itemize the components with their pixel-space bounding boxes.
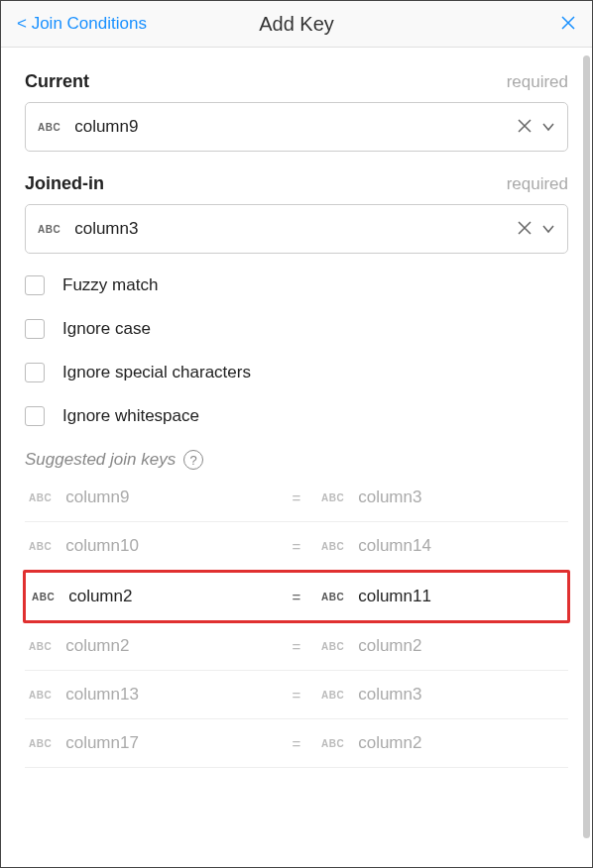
- suggestion-row[interactable]: ABCcolumn2=ABCcolumn2: [25, 622, 568, 671]
- ignore-whitespace-checkbox[interactable]: [25, 406, 45, 426]
- suggestion-row[interactable]: ABCcolumn10=ABCcolumn14: [25, 522, 568, 571]
- suggestion-row[interactable]: ABCcolumn17=ABCcolumn2: [25, 719, 568, 768]
- suggestion-right-col: column3: [358, 488, 421, 507]
- equals-icon: =: [272, 489, 321, 506]
- suggestion-right-col: column2: [358, 733, 421, 753]
- joined-required: required: [507, 174, 568, 194]
- suggestion-right-col: column14: [358, 536, 431, 556]
- suggestion-row[interactable]: ABCcolumn13=ABCcolumn3: [25, 671, 568, 719]
- suggestion-right: ABCcolumn2: [321, 733, 564, 753]
- suggestion-left: ABCcolumn9: [29, 488, 272, 507]
- suggestion-row[interactable]: ABCcolumn2=ABCcolumn11: [23, 570, 570, 623]
- suggestions-list: ABCcolumn9=ABCcolumn3ABCcolumn10=ABCcolu…: [25, 474, 568, 768]
- suggestion-right: ABCcolumn2: [321, 636, 564, 656]
- dialog-title: Add Key: [259, 13, 334, 36]
- current-select[interactable]: ABC column9: [25, 102, 568, 152]
- equals-icon: =: [272, 687, 321, 704]
- chevron-down-icon[interactable]: [541, 220, 555, 238]
- suggestion-left-col: column2: [68, 587, 132, 606]
- suggestion-right: ABCcolumn11: [321, 587, 561, 606]
- abc-type-icon: ABC: [29, 641, 52, 652]
- help-icon[interactable]: ?: [183, 450, 203, 470]
- suggestion-right-col: column3: [358, 685, 421, 705]
- scrollbar[interactable]: [583, 55, 590, 838]
- fuzzy-match-checkbox[interactable]: [25, 275, 45, 295]
- abc-type-icon: ABC: [321, 592, 344, 602]
- abc-type-icon: ABC: [38, 224, 60, 235]
- joined-value: column3: [74, 219, 518, 239]
- abc-type-icon: ABC: [29, 492, 52, 503]
- suggestion-right: ABCcolumn14: [321, 536, 564, 556]
- close-icon[interactable]: [560, 11, 576, 37]
- suggestion-left-col: column2: [65, 636, 129, 656]
- clear-current-icon[interactable]: [518, 117, 532, 138]
- ignore-whitespace-label: Ignore whitespace: [62, 406, 199, 426]
- suggestion-right: ABCcolumn3: [321, 685, 564, 705]
- equals-icon: =: [272, 638, 321, 655]
- fuzzy-match-row: Fuzzy match: [25, 275, 568, 295]
- suggestion-left: ABCcolumn2: [32, 587, 272, 606]
- ignore-special-label: Ignore special characters: [62, 363, 251, 382]
- back-link[interactable]: < Join Conditions: [17, 14, 147, 34]
- abc-type-icon: ABC: [321, 541, 344, 552]
- ignore-whitespace-row: Ignore whitespace: [25, 406, 568, 426]
- suggested-header: Suggested join keys ?: [25, 450, 568, 470]
- dialog-header: < Join Conditions Add Key: [1, 1, 592, 48]
- suggestion-left: ABCcolumn10: [29, 536, 272, 556]
- ignore-special-row: Ignore special characters: [25, 363, 568, 382]
- suggested-label: Suggested join keys: [25, 450, 176, 470]
- abc-type-icon: ABC: [321, 492, 344, 503]
- suggestion-right: ABCcolumn3: [321, 488, 564, 507]
- abc-type-icon: ABC: [321, 738, 344, 749]
- ignore-case-label: Ignore case: [62, 319, 151, 339]
- suggestion-left-col: column13: [65, 685, 139, 705]
- dialog-content: Current required ABC column9 Joined-in r…: [1, 48, 592, 864]
- fuzzy-match-label: Fuzzy match: [62, 275, 158, 295]
- abc-type-icon: ABC: [321, 641, 344, 652]
- suggestion-left: ABCcolumn2: [29, 636, 272, 656]
- joined-select[interactable]: ABC column3: [25, 204, 568, 254]
- current-required: required: [507, 72, 568, 92]
- ignore-special-checkbox[interactable]: [25, 363, 45, 382]
- ignore-case-row: Ignore case: [25, 319, 568, 339]
- joined-field-block: Joined-in required ABC column3: [25, 173, 568, 254]
- abc-type-icon: ABC: [321, 690, 344, 701]
- current-label: Current: [25, 71, 89, 92]
- suggestion-right-col: column2: [358, 636, 421, 656]
- abc-type-icon: ABC: [29, 690, 52, 701]
- suggestion-left-col: column17: [65, 733, 139, 753]
- suggestion-row[interactable]: ABCcolumn9=ABCcolumn3: [25, 474, 568, 522]
- equals-icon: =: [272, 538, 321, 555]
- chevron-down-icon[interactable]: [541, 118, 555, 136]
- suggestion-left-col: column9: [65, 488, 129, 507]
- abc-type-icon: ABC: [38, 122, 60, 133]
- current-field-block: Current required ABC column9: [25, 71, 568, 152]
- suggestion-left: ABCcolumn13: [29, 685, 272, 705]
- abc-type-icon: ABC: [32, 592, 55, 602]
- clear-joined-icon[interactable]: [518, 219, 532, 240]
- equals-icon: =: [272, 735, 321, 752]
- suggestion-left-col: column10: [65, 536, 139, 556]
- abc-type-icon: ABC: [29, 541, 52, 552]
- suggestion-left: ABCcolumn17: [29, 733, 272, 753]
- suggestion-right-col: column11: [358, 587, 431, 606]
- ignore-case-checkbox[interactable]: [25, 319, 45, 339]
- equals-icon: =: [272, 589, 321, 605]
- abc-type-icon: ABC: [29, 738, 52, 749]
- joined-label: Joined-in: [25, 173, 104, 194]
- current-value: column9: [74, 117, 518, 137]
